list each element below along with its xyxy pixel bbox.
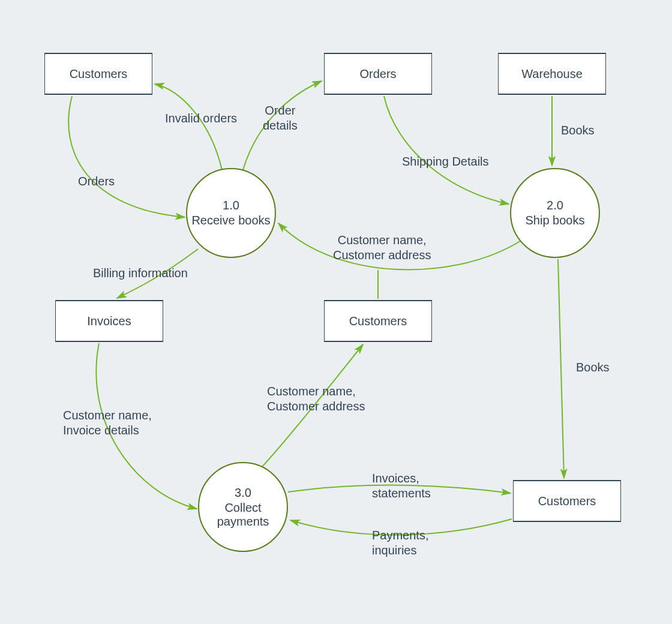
process-label: Collect payments bbox=[199, 501, 287, 529]
entity-warehouse: Warehouse bbox=[498, 53, 606, 95]
flow-label-cust-name-addr-1: Customer name, Customer address bbox=[333, 233, 431, 263]
dfd-canvas: Customers Orders Warehouse Invoices Cust… bbox=[0, 0, 672, 624]
flow-label-billing-info: Billing information bbox=[93, 266, 188, 281]
entity-label: Customers bbox=[349, 314, 407, 328]
flow-label-orders: Orders bbox=[78, 174, 115, 189]
entity-customers-mid: Customers bbox=[324, 300, 432, 342]
entity-customers-top: Customers bbox=[44, 53, 152, 95]
flow-label-inv-stmts: Invoices, statements bbox=[372, 471, 431, 501]
entity-invoices: Invoices bbox=[55, 300, 163, 342]
process-label: Receive books bbox=[191, 214, 270, 227]
flow-label-cust-name-addr-2: Customer name, Customer address bbox=[267, 384, 365, 414]
process-number: 2.0 bbox=[547, 199, 563, 212]
process-receive-books: 1.0 Receive books bbox=[186, 168, 276, 258]
flow-label-books-out: Books bbox=[576, 360, 610, 375]
entity-label: Customers bbox=[538, 494, 596, 508]
entity-label: Warehouse bbox=[521, 67, 583, 81]
flow-label-invalid-orders: Invalid orders bbox=[165, 111, 237, 126]
flow-label-order-details: Order details bbox=[263, 103, 298, 133]
entity-label: Invoices bbox=[87, 314, 131, 328]
flow-label-payments: Payments, inquiries bbox=[372, 528, 428, 558]
process-number: 3.0 bbox=[235, 486, 251, 500]
process-label: Ship books bbox=[526, 214, 585, 227]
process-collect-payments: 3.0 Collect payments bbox=[198, 462, 288, 552]
process-number: 1.0 bbox=[223, 199, 239, 212]
entity-label: Customers bbox=[70, 67, 128, 81]
process-ship-books: 2.0 Ship books bbox=[510, 168, 600, 258]
flow-label-books-in: Books bbox=[561, 123, 595, 138]
flow-label-shipping-details: Shipping Details bbox=[402, 154, 489, 169]
entity-orders: Orders bbox=[324, 53, 432, 95]
flow-label-inv-details: Customer name, Invoice details bbox=[63, 408, 152, 438]
entity-customers-bottom: Customers bbox=[513, 480, 621, 522]
entity-label: Orders bbox=[359, 67, 396, 81]
